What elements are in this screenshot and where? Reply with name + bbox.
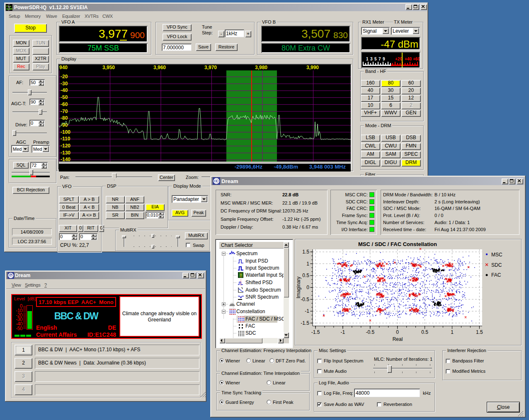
- svg-text:-1.5: -1.5: [301, 320, 309, 326]
- svg-text:-120: -120: [61, 143, 70, 149]
- svg-text:3: 3: [370, 57, 373, 61]
- svg-text:Real: Real: [393, 336, 403, 342]
- svg-text:1.5: 1.5: [476, 329, 483, 335]
- svg-text:D: D: [10, 274, 12, 278]
- svg-text:-1: -1: [341, 329, 345, 335]
- svg-text:-100: -100: [61, 129, 70, 135]
- svg-text:-80: -80: [61, 115, 68, 121]
- svg-text:3,980: 3,980: [255, 65, 267, 70]
- svg-text:3,950: 3,950: [102, 65, 115, 70]
- svg-text:1.5: 1.5: [302, 249, 309, 255]
- svg-text:-0.5: -0.5: [366, 329, 374, 335]
- svg-text:-50: -50: [61, 94, 68, 100]
- svg-text:-110: -110: [61, 136, 70, 142]
- svg-text:1: 1: [366, 57, 369, 61]
- svg-text:0: 0: [306, 285, 309, 290]
- svg-text:0.5: 0.5: [421, 329, 428, 335]
- svg-text:-40: -40: [61, 87, 68, 93]
- svg-text:3,960: 3,960: [153, 65, 166, 70]
- svg-text:SDC: SDC: [491, 262, 502, 268]
- svg-text:-30: -30: [61, 81, 68, 87]
- svg-text:-1.5: -1.5: [311, 329, 320, 335]
- svg-text:0: 0: [396, 329, 399, 335]
- svg-text:5: 5: [374, 57, 377, 61]
- svg-text:-20: -20: [61, 74, 68, 80]
- svg-text:3,970: 3,970: [204, 65, 217, 70]
- svg-text:9: 9: [383, 57, 385, 61]
- svg-text:Imaginary: Imaginary: [296, 277, 301, 299]
- svg-text:+60: +60: [413, 57, 420, 61]
- svg-text:-49,8dBm: -49,8dBm: [274, 164, 298, 170]
- svg-text:+20: +20: [395, 57, 402, 61]
- svg-text:3,990: 3,990: [306, 65, 319, 70]
- svg-text:0.5: 0.5: [302, 273, 309, 278]
- svg-text:940: 940: [59, 65, 68, 70]
- svg-text:1: 1: [306, 261, 309, 267]
- svg-text:-130: -130: [61, 150, 70, 156]
- svg-text:+40: +40: [405, 57, 412, 61]
- svg-text:-0.5: -0.5: [301, 297, 309, 302]
- svg-text:7: 7: [379, 57, 381, 61]
- svg-text:FAC: FAC: [491, 272, 501, 278]
- svg-text:-70: -70: [61, 109, 68, 114]
- svg-text:MSC: MSC: [491, 252, 502, 258]
- svg-text:D: D: [215, 179, 218, 183]
- svg-text:1: 1: [451, 329, 454, 335]
- svg-text:3,948 003 MHz: 3,948 003 MHz: [309, 164, 346, 170]
- svg-text:-1: -1: [305, 308, 309, 314]
- svg-text:-29896,6Hz: -29896,6Hz: [235, 164, 263, 170]
- svg-text:-60: -60: [61, 101, 68, 107]
- svg-text:MSC / SDC / FAC Constellation: MSC / SDC / FAC Constellation: [358, 241, 437, 247]
